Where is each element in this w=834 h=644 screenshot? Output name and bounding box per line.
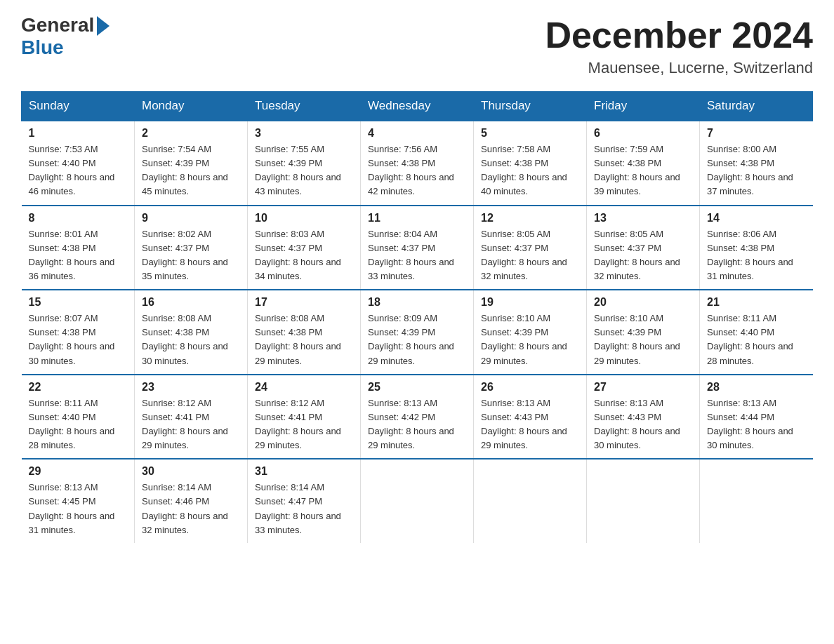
- day-cell: 24Sunrise: 8:12 AMSunset: 4:41 PMDayligh…: [248, 375, 361, 459]
- day-info: Sunrise: 8:13 AMSunset: 4:42 PMDaylight:…: [368, 396, 466, 453]
- day-info: Sunrise: 8:04 AMSunset: 4:37 PMDaylight:…: [368, 227, 466, 284]
- day-info: Sunrise: 8:11 AMSunset: 4:40 PMDaylight:…: [29, 396, 128, 453]
- day-number: 18: [368, 296, 466, 309]
- day-number: 5: [481, 127, 579, 140]
- day-info: Sunrise: 7:53 AMSunset: 4:40 PMDaylight:…: [29, 142, 128, 199]
- day-info: Sunrise: 7:59 AMSunset: 4:38 PMDaylight:…: [594, 142, 692, 199]
- day-info: Sunrise: 8:07 AMSunset: 4:38 PMDaylight:…: [29, 311, 128, 368]
- day-number: 31: [255, 465, 353, 478]
- day-cell: 25Sunrise: 8:13 AMSunset: 4:42 PMDayligh…: [361, 375, 474, 459]
- day-cell: 10Sunrise: 8:03 AMSunset: 4:37 PMDayligh…: [248, 206, 361, 290]
- day-number: 25: [368, 381, 466, 394]
- day-number: 6: [594, 127, 692, 140]
- day-info: Sunrise: 8:05 AMSunset: 4:37 PMDaylight:…: [481, 227, 579, 284]
- header-wednesday: Wednesday: [361, 92, 474, 121]
- day-number: 2: [142, 127, 240, 140]
- day-number: 17: [255, 296, 353, 309]
- day-info: Sunrise: 7:55 AMSunset: 4:39 PMDaylight:…: [255, 142, 353, 199]
- day-cell: 2Sunrise: 7:54 AMSunset: 4:39 PMDaylight…: [135, 121, 248, 206]
- header-sunday: Sunday: [22, 92, 135, 121]
- day-cell: 12Sunrise: 8:05 AMSunset: 4:37 PMDayligh…: [474, 206, 587, 290]
- logo-blue-text: Blue: [21, 36, 64, 59]
- day-number: 7: [707, 127, 806, 140]
- day-number: 4: [368, 127, 466, 140]
- day-info: Sunrise: 8:13 AMSunset: 4:43 PMDaylight:…: [481, 396, 579, 453]
- logo-arrow-icon: [97, 16, 110, 36]
- day-number: 9: [142, 212, 240, 224]
- day-number: 10: [255, 212, 353, 224]
- day-info: Sunrise: 8:02 AMSunset: 4:37 PMDaylight:…: [142, 227, 240, 284]
- day-info: Sunrise: 8:14 AMSunset: 4:46 PMDaylight:…: [142, 481, 240, 537]
- day-cell: 17Sunrise: 8:08 AMSunset: 4:38 PMDayligh…: [248, 290, 361, 375]
- day-info: Sunrise: 8:05 AMSunset: 4:37 PMDaylight:…: [594, 227, 692, 284]
- day-info: Sunrise: 8:12 AMSunset: 4:41 PMDaylight:…: [255, 396, 353, 453]
- day-number: 3: [255, 127, 353, 140]
- day-number: 29: [29, 465, 128, 478]
- day-cell: 13Sunrise: 8:05 AMSunset: 4:37 PMDayligh…: [587, 206, 700, 290]
- week-row-5: 29Sunrise: 8:13 AMSunset: 4:45 PMDayligh…: [22, 459, 813, 543]
- day-number: 22: [29, 381, 128, 394]
- day-cell: 26Sunrise: 8:13 AMSunset: 4:43 PMDayligh…: [474, 375, 587, 459]
- day-info: Sunrise: 7:54 AMSunset: 4:39 PMDaylight:…: [142, 142, 240, 199]
- day-cell: 27Sunrise: 8:13 AMSunset: 4:43 PMDayligh…: [587, 375, 700, 459]
- day-number: 13: [594, 212, 692, 224]
- day-cell: 20Sunrise: 8:10 AMSunset: 4:39 PMDayligh…: [587, 290, 700, 375]
- day-number: 30: [142, 465, 240, 478]
- day-info: Sunrise: 8:13 AMSunset: 4:45 PMDaylight:…: [29, 481, 128, 537]
- day-cell: 11Sunrise: 8:04 AMSunset: 4:37 PMDayligh…: [361, 206, 474, 290]
- day-cell: 5Sunrise: 7:58 AMSunset: 4:38 PMDaylight…: [474, 121, 587, 206]
- day-info: Sunrise: 8:08 AMSunset: 4:38 PMDaylight:…: [142, 311, 240, 368]
- day-info: Sunrise: 8:14 AMSunset: 4:47 PMDaylight:…: [255, 481, 353, 537]
- day-number: 12: [481, 212, 579, 224]
- logo: General Blue: [21, 14, 110, 59]
- header-tuesday: Tuesday: [248, 92, 361, 121]
- logo-general-text: General: [21, 14, 94, 36]
- page-header: General Blue December 2024 Mauensee, Luc…: [21, 14, 813, 77]
- day-cell: 9Sunrise: 8:02 AMSunset: 4:37 PMDaylight…: [135, 206, 248, 290]
- header-thursday: Thursday: [474, 92, 587, 121]
- day-cell: 23Sunrise: 8:12 AMSunset: 4:41 PMDayligh…: [135, 375, 248, 459]
- day-cell: 14Sunrise: 8:06 AMSunset: 4:38 PMDayligh…: [700, 206, 813, 290]
- day-number: 20: [594, 296, 692, 309]
- title-section: December 2024 Mauensee, Lucerne, Switzer…: [545, 14, 813, 77]
- day-number: 14: [707, 212, 806, 224]
- day-cell: 7Sunrise: 8:00 AMSunset: 4:38 PMDaylight…: [700, 121, 813, 206]
- day-info: Sunrise: 8:11 AMSunset: 4:40 PMDaylight:…: [707, 311, 806, 368]
- calendar-header-row: SundayMondayTuesdayWednesdayThursdayFrid…: [22, 92, 813, 121]
- day-cell: 1Sunrise: 7:53 AMSunset: 4:40 PMDaylight…: [22, 121, 135, 206]
- day-number: 16: [142, 296, 240, 309]
- day-cell: [587, 459, 700, 543]
- day-number: 8: [29, 212, 128, 224]
- day-number: 26: [481, 381, 579, 394]
- day-cell: 29Sunrise: 8:13 AMSunset: 4:45 PMDayligh…: [22, 459, 135, 543]
- day-info: Sunrise: 8:12 AMSunset: 4:41 PMDaylight:…: [142, 396, 240, 453]
- header-monday: Monday: [135, 92, 248, 121]
- day-cell: 4Sunrise: 7:56 AMSunset: 4:38 PMDaylight…: [361, 121, 474, 206]
- day-info: Sunrise: 8:06 AMSunset: 4:38 PMDaylight:…: [707, 227, 806, 284]
- day-number: 28: [707, 381, 806, 394]
- day-info: Sunrise: 7:58 AMSunset: 4:38 PMDaylight:…: [481, 142, 579, 199]
- day-number: 11: [368, 212, 466, 224]
- day-info: Sunrise: 8:01 AMSunset: 4:38 PMDaylight:…: [29, 227, 128, 284]
- day-cell: 31Sunrise: 8:14 AMSunset: 4:47 PMDayligh…: [248, 459, 361, 543]
- week-row-4: 22Sunrise: 8:11 AMSunset: 4:40 PMDayligh…: [22, 375, 813, 459]
- week-row-2: 8Sunrise: 8:01 AMSunset: 4:38 PMDaylight…: [22, 206, 813, 290]
- location-text: Mauensee, Lucerne, Switzerland: [545, 59, 813, 77]
- day-cell: [700, 459, 813, 543]
- day-number: 19: [481, 296, 579, 309]
- header-friday: Friday: [587, 92, 700, 121]
- day-info: Sunrise: 8:08 AMSunset: 4:38 PMDaylight:…: [255, 311, 353, 368]
- day-number: 24: [255, 381, 353, 394]
- month-title: December 2024: [545, 14, 813, 56]
- day-cell: 28Sunrise: 8:13 AMSunset: 4:44 PMDayligh…: [700, 375, 813, 459]
- day-info: Sunrise: 8:10 AMSunset: 4:39 PMDaylight:…: [481, 311, 579, 368]
- day-info: Sunrise: 8:13 AMSunset: 4:44 PMDaylight:…: [707, 396, 806, 453]
- header-saturday: Saturday: [700, 92, 813, 121]
- day-info: Sunrise: 7:56 AMSunset: 4:38 PMDaylight:…: [368, 142, 466, 199]
- day-cell: [361, 459, 474, 543]
- day-cell: 18Sunrise: 8:09 AMSunset: 4:39 PMDayligh…: [361, 290, 474, 375]
- day-number: 1: [29, 127, 128, 140]
- day-cell: 3Sunrise: 7:55 AMSunset: 4:39 PMDaylight…: [248, 121, 361, 206]
- week-row-1: 1Sunrise: 7:53 AMSunset: 4:40 PMDaylight…: [22, 121, 813, 206]
- day-cell: 8Sunrise: 8:01 AMSunset: 4:38 PMDaylight…: [22, 206, 135, 290]
